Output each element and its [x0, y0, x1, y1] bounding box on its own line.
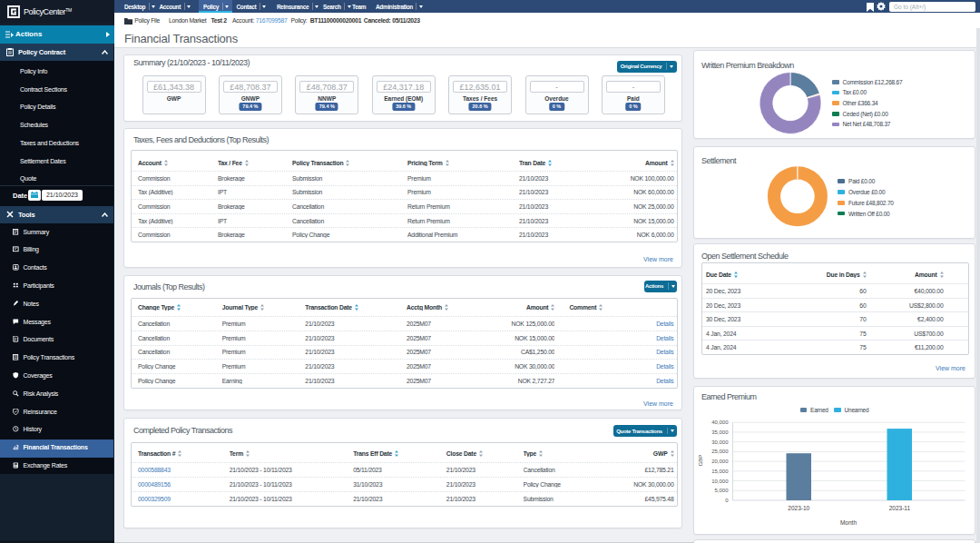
svg-text:0: 0 [725, 498, 729, 503]
svg-text:30,000: 30,000 [711, 439, 729, 444]
svg-text:5,000: 5,000 [714, 488, 729, 493]
svg-text:20,000: 20,000 [711, 459, 729, 464]
svg-text:25,000: 25,000 [711, 449, 729, 454]
svg-text:2023-10: 2023-10 [788, 505, 809, 511]
svg-text:10,000: 10,000 [711, 478, 729, 483]
svg-text:15,000: 15,000 [711, 468, 729, 473]
svg-text:2023-11: 2023-11 [888, 505, 910, 511]
svg-text:40,000: 40,000 [711, 420, 729, 425]
svg-text:Month: Month [839, 519, 856, 526]
svg-text:35,000: 35,000 [711, 429, 729, 434]
svg-text:GBP: GBP [698, 454, 703, 466]
